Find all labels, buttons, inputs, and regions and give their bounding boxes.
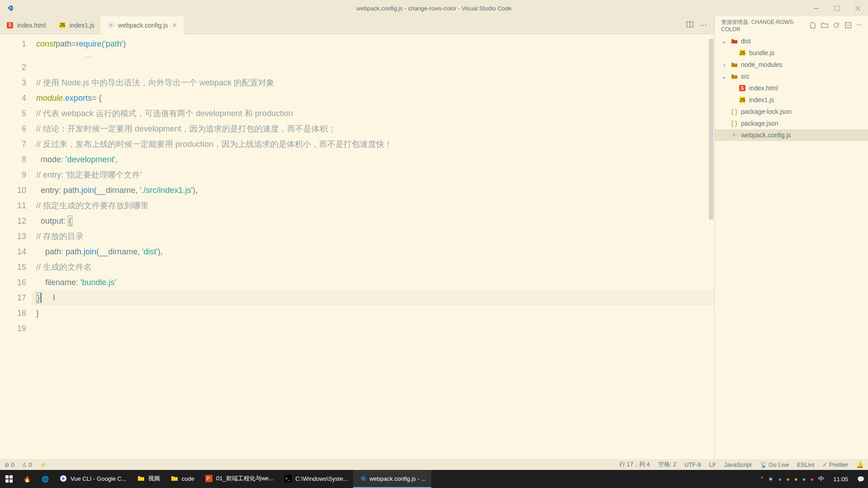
tree-item-label: node_modules bbox=[741, 61, 783, 68]
minimize-button[interactable] bbox=[806, 0, 826, 16]
tab-index1-js[interactable]: JS index1.js bbox=[52, 16, 101, 34]
code-line[interactable]: // 生成的文件名 bbox=[32, 259, 714, 275]
tree-file[interactable]: JSindex1.js bbox=[715, 94, 868, 106]
js-icon: JS bbox=[59, 22, 66, 29]
ime-indicator[interactable]: 中 bbox=[818, 475, 824, 483]
problems-warnings[interactable]: ⚠ 0 bbox=[22, 461, 32, 468]
line-col[interactable]: 行 17，列 4 bbox=[619, 460, 650, 469]
eslint-status[interactable]: ESLint bbox=[797, 461, 814, 468]
indent[interactable]: 空格: 2 bbox=[658, 460, 676, 469]
code-line[interactable]: // 使用 Node.js 中的导出语法，向外导出一个 webpack 的配置对… bbox=[32, 75, 714, 90]
code-line[interactable]: // 指定生成的文件要存放到哪里 bbox=[32, 198, 714, 213]
taskbar-window[interactable]: code bbox=[165, 470, 200, 488]
prettier-status[interactable]: ✓ Prettier bbox=[822, 461, 848, 468]
taskbar-app[interactable]: 🔥 bbox=[18, 470, 36, 488]
taskbar-window[interactable]: webpack.config.js - ... bbox=[353, 470, 431, 488]
tray-icon[interactable]: ● bbox=[778, 476, 782, 483]
refresh-icon[interactable] bbox=[833, 22, 840, 29]
tray-icon[interactable]: ● bbox=[794, 476, 798, 483]
folder-icon bbox=[730, 38, 738, 45]
split-editor-icon[interactable] bbox=[686, 21, 693, 29]
taskbar-window[interactable]: >_C:\Windows\Syste... bbox=[279, 470, 353, 488]
taskbar-window[interactable]: Vue CLI - Google C... bbox=[54, 470, 132, 488]
new-file-icon[interactable] bbox=[809, 22, 816, 29]
new-folder-icon[interactable] bbox=[821, 22, 828, 29]
tray-icon[interactable]: ● bbox=[811, 476, 814, 483]
code-line[interactable]: module.exports = { bbox=[32, 90, 714, 106]
tree-folder[interactable]: ⌄src bbox=[715, 70, 868, 82]
more-icon[interactable]: ⋯ bbox=[700, 21, 707, 29]
start-button[interactable] bbox=[0, 470, 18, 488]
code-line[interactable]: // 反过来，发布上线的时候一定能要用 production，因为上线追求的是体… bbox=[32, 136, 714, 152]
json-icon: { } bbox=[730, 120, 738, 127]
tray-chevron-icon[interactable]: ˄ bbox=[760, 476, 764, 483]
taskbar-window[interactable]: 视频 bbox=[132, 470, 165, 488]
chevron-right-icon[interactable]: › bbox=[721, 61, 727, 68]
tree-item-label: webpack.config.js bbox=[741, 131, 791, 139]
tree-file[interactable]: { }package.json bbox=[715, 117, 868, 129]
tree-folder[interactable]: ⌄dist bbox=[715, 35, 868, 47]
svg-rect-0 bbox=[814, 8, 819, 9]
chevron-down-icon[interactable]: ⌄ bbox=[721, 73, 727, 80]
js-icon: JS bbox=[738, 50, 746, 56]
taskbar-app[interactable]: 🌐 bbox=[36, 470, 54, 488]
taskbar-label: webpack.config.js - ... bbox=[369, 475, 426, 482]
html-icon: 5 bbox=[738, 85, 746, 91]
clock[interactable]: 11:05 bbox=[829, 476, 853, 483]
collapse-icon[interactable] bbox=[844, 22, 852, 29]
windows-taskbar: 🔥 🌐 Vue CLI - Google C...视频codeP01_前端工程化… bbox=[0, 470, 868, 488]
editor[interactable]: 12345678910111213141516171819 const path… bbox=[0, 34, 714, 459]
close-icon[interactable]: ✕ bbox=[172, 22, 177, 29]
tree-file[interactable]: 5index.html bbox=[715, 82, 868, 94]
code-line[interactable]: ... bbox=[32, 52, 714, 60]
code-line[interactable]: entry: path.join(__dirname, './src/index… bbox=[32, 183, 714, 198]
vertical-scrollbar[interactable] bbox=[708, 34, 714, 459]
tree-item-label: package.json bbox=[741, 120, 778, 127]
maximize-button[interactable] bbox=[826, 0, 847, 16]
code-line[interactable]: // 代表 webpack 运行的模式，可选值有两个 development 和… bbox=[32, 106, 714, 121]
settings-icon bbox=[107, 22, 114, 29]
go-live[interactable]: 📡 Go Live bbox=[760, 461, 789, 468]
language-mode[interactable]: JavaScript bbox=[724, 461, 752, 468]
tree-item-label: index1.js bbox=[749, 96, 774, 103]
code-line[interactable]: mode: 'development', bbox=[32, 152, 714, 167]
tree-folder[interactable]: ›node_modules bbox=[715, 59, 868, 70]
taskbar-window[interactable]: P01_前端工程化与we... bbox=[200, 470, 279, 488]
code-line[interactable]: // 结论：开发时候一定要用 development，因为追求的是打包的速度，而… bbox=[32, 121, 714, 136]
eol[interactable]: LF bbox=[709, 461, 716, 468]
more-icon[interactable]: ⋯ bbox=[856, 22, 862, 29]
problems-errors[interactable]: ⊘ 0 bbox=[5, 461, 14, 468]
code-line[interactable]: } bbox=[32, 305, 714, 321]
tab-webpack-config[interactable]: webpack.config.js ✕ bbox=[101, 16, 184, 34]
close-button[interactable] bbox=[847, 0, 868, 16]
code-line[interactable] bbox=[32, 60, 714, 75]
ports-icon[interactable]: ⚡ bbox=[39, 461, 47, 468]
tab-label: webpack.config.js bbox=[118, 22, 168, 29]
tree-file[interactable]: { }package-lock.json bbox=[715, 106, 868, 117]
notifications-icon[interactable]: 💬 bbox=[857, 476, 864, 483]
tree-file[interactable]: webpack.config.js bbox=[715, 129, 868, 141]
notifications-icon[interactable]: 🔔 bbox=[856, 461, 863, 468]
encoding[interactable]: UTF-8 bbox=[684, 461, 701, 468]
folder-icon bbox=[730, 73, 738, 80]
code-line[interactable] bbox=[32, 321, 714, 336]
code-line[interactable]: const path = require('path') bbox=[32, 36, 714, 52]
tree-file[interactable]: JSbundle.js bbox=[715, 47, 868, 59]
tray-icon[interactable]: ● bbox=[786, 476, 790, 483]
code-line[interactable]: path: path.join(__dirname, 'dist'), bbox=[32, 244, 714, 259]
code-line[interactable]: } I bbox=[32, 290, 714, 305]
tab-bar: 5 index.html JS index1.js webpack.config… bbox=[0, 16, 714, 34]
tab-index-html[interactable]: 5 index.html bbox=[0, 16, 52, 34]
tray-icon[interactable]: ● bbox=[802, 476, 806, 483]
chevron-down-icon[interactable]: ⌄ bbox=[721, 38, 727, 45]
svg-rect-8 bbox=[5, 475, 9, 479]
code-line[interactable]: output: { bbox=[32, 213, 714, 229]
code-line[interactable]: // entry: '指定要处理哪个文件' bbox=[32, 167, 714, 183]
system-tray[interactable]: ˄ ☀ ● ● ● ● ● 中 11:05 💬 bbox=[760, 475, 868, 483]
code-line[interactable]: // 存放的目录 bbox=[32, 229, 714, 244]
explorer-title: 资源管理器: CHANGE-ROWS-COLOR bbox=[721, 19, 807, 33]
code-content[interactable]: const path = require('path')...// 使用 Nod… bbox=[32, 34, 714, 459]
code-line[interactable]: filename: 'bundle.js' bbox=[32, 275, 714, 290]
svg-point-2 bbox=[110, 24, 112, 26]
file-tree[interactable]: ⌄distJSbundle.js›node_modules⌄src5index.… bbox=[715, 34, 868, 459]
